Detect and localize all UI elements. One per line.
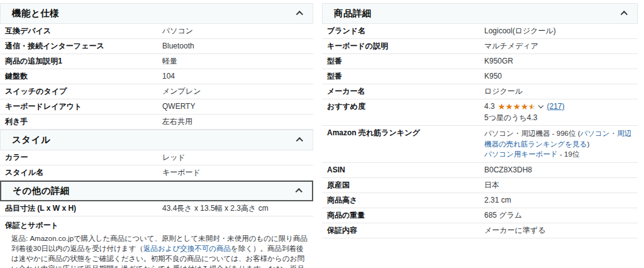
spec-value: 104: [158, 69, 313, 84]
spec-label: 互換デバイス: [0, 24, 158, 38]
spec-label: スタイル名: [0, 165, 158, 180]
table-row: 商品の追加説明1 軽量: [0, 54, 313, 69]
spec-label: 原産国: [322, 178, 480, 193]
spec-value: K950: [480, 69, 638, 84]
table-row: 原産国 日本: [322, 178, 638, 193]
spec-value: Bluetooth: [158, 39, 313, 53]
stars-fill: ★★★★★: [498, 103, 533, 111]
spec-label: キーボードの説明: [322, 39, 480, 53]
table-row: 商品の重量 685 グラム: [322, 208, 638, 223]
table-row: 保証内容 メーカーに準ずる: [322, 223, 638, 238]
section-title: その他の詳細: [13, 185, 70, 197]
spec-label: Amazon 売れ筋ランキング: [322, 126, 480, 140]
spec-label: 通信・接続インターフェース: [0, 39, 158, 53]
review-count-link[interactable]: (217): [547, 102, 564, 111]
table-row: 型番 K950: [322, 69, 638, 84]
ranking-line-sub: パソコン用キーボード - 19位: [484, 149, 633, 160]
table-row: スタイル名 キーボード: [0, 165, 313, 181]
spec-label: カラー: [0, 150, 158, 165]
ranking-row: Amazon 売れ筋ランキング パソコン・周辺機器 - 996位 (パソコン・周…: [322, 126, 638, 163]
spec-value: K950GR: [480, 54, 638, 69]
non-returnable-items-link[interactable]: 返品および交換不可の商品: [143, 245, 231, 252]
table-row: 鍵盤数 104: [0, 69, 313, 84]
spec-label: 型番: [322, 69, 480, 84]
spec-value: キーボード: [158, 165, 313, 180]
table-row: 商品高さ 2.31 cm: [322, 193, 638, 208]
spec-label: 商品の追加説明1: [0, 54, 158, 69]
spec-value: メンブレン: [158, 84, 313, 99]
spec-value: 685 グラム: [480, 208, 638, 223]
spec-value: レッド: [158, 150, 313, 165]
section-header-other-details[interactable]: その他の詳細: [0, 181, 313, 201]
rating-line: 4.3 ★★★★★★★★★★ (217): [484, 102, 633, 111]
spec-value: メーカーに準ずる: [480, 223, 638, 238]
spec-value: B0CZ8X3DH8: [480, 163, 638, 177]
spec-label: スイッチのタイプ: [0, 84, 158, 99]
spec-value: QWERTY: [158, 99, 313, 114]
spec-value: 43.4長さ x 13.5幅 x 2.3高さ cm: [158, 201, 313, 216]
section-header-product-details[interactable]: 商品詳細: [322, 3, 638, 24]
spec-value: 軽量: [158, 54, 313, 69]
ranking-line-main: パソコン・周辺機器 - 996位 (パソコン・周辺機器の売れ筋ランキングを見る): [484, 128, 633, 149]
right-column: 商品詳細 ブランド名 Logicool(ロジクール) キーボードの説明 マルチメ…: [322, 3, 638, 268]
table-row: 互換デバイス パソコン: [0, 24, 313, 39]
spec-label: 商品の重量: [322, 208, 480, 223]
subcategory-rank-link[interactable]: パソコン用キーボード: [484, 150, 558, 158]
section-title: 機能と仕様: [12, 8, 59, 20]
rating-row: おすすめ度 4.3 ★★★★★★★★★★ (217) 5つ星のうち4.3: [322, 99, 638, 126]
spec-label: 型番: [322, 54, 480, 69]
table-row: メーカー名 ロジクール: [322, 84, 638, 99]
table-row: スイッチのタイプ メンブレン: [0, 84, 313, 99]
spec-label: 利き手: [0, 114, 158, 129]
spec-value: 日本: [480, 178, 638, 193]
chevron-up-icon: [621, 11, 628, 18]
table-row: 品目寸法 (L x W x H) 43.4長さ x 13.5幅 x 2.3高さ …: [0, 201, 313, 216]
spec-label: ブランド名: [322, 24, 480, 38]
table-row: キーボードレイアウト QWERTY: [0, 99, 313, 114]
spec-value: 2.31 cm: [480, 193, 638, 208]
section-header-style[interactable]: スタイル: [0, 130, 313, 150]
chevron-up-icon: [296, 11, 303, 18]
chevron-up-icon: [296, 137, 303, 144]
star-rating-icon[interactable]: ★★★★★★★★★★: [498, 103, 536, 111]
spec-value: ロジクール: [480, 84, 638, 99]
spec-label: 商品高さ: [322, 193, 480, 208]
rating-score: 4.3: [484, 102, 495, 111]
table-row: キーボードの説明 マルチメディア: [322, 39, 638, 54]
ranking-value: パソコン・周辺機器 - 996位 (パソコン・周辺機器の売れ筋ランキングを見る)…: [480, 126, 638, 162]
rating-value: 4.3 ★★★★★★★★★★ (217) 5つ星のうち4.3: [480, 99, 638, 125]
left-column: 機能と仕様 互換デバイス パソコン 通信・接続インターフェース Bluetoot…: [0, 3, 313, 268]
spec-label: 保証内容: [322, 223, 480, 238]
table-row: カラー レッド: [0, 150, 313, 165]
spec-label: ASIN: [322, 163, 480, 177]
section-title: スタイル: [12, 134, 50, 146]
spec-label: メーカー名: [322, 84, 480, 99]
ranking-text: パソコン・周辺機器 - 996位 (: [484, 130, 580, 137]
section-header-features[interactable]: 機能と仕様: [0, 3, 313, 24]
table-row: 型番 K950GR: [322, 54, 638, 69]
table-row: 通信・接続インターフェース Bluetooth: [0, 39, 313, 54]
spec-value: マルチメディア: [480, 39, 638, 53]
spec-value: 左右共用: [158, 114, 313, 129]
product-details-panel: 機能と仕様 互換デバイス パソコン 通信・接続インターフェース Bluetoot…: [0, 0, 644, 268]
table-row: 利き手 左右共用: [0, 114, 313, 130]
spec-value: パソコン: [158, 24, 313, 38]
rating-subtext: 5つ星のうち4.3: [484, 113, 633, 123]
warranty-text: 返品: Amazon.co.jpで購入した商品について、原則として未開封・未使用…: [0, 233, 313, 268]
table-row: ブランド名 Logicool(ロジクール): [322, 24, 638, 39]
table-row: ASIN B0CZ8X3DH8: [322, 163, 638, 178]
section-title: 商品詳細: [334, 8, 372, 20]
ranking-text: ): [587, 140, 589, 148]
spec-value: Logicool(ロジクール): [480, 24, 638, 38]
chevron-down-icon[interactable]: [538, 103, 543, 108]
spec-label: 鍵盤数: [0, 69, 158, 84]
spec-label: キーボードレイアウト: [0, 99, 158, 114]
spec-label: おすすめ度: [322, 99, 480, 114]
ranking-text: - 19位: [558, 150, 580, 158]
warranty-heading: 保証とサポート: [0, 216, 313, 233]
chevron-up-icon: [296, 188, 303, 195]
spec-label: 品目寸法 (L x W x H): [0, 201, 158, 216]
